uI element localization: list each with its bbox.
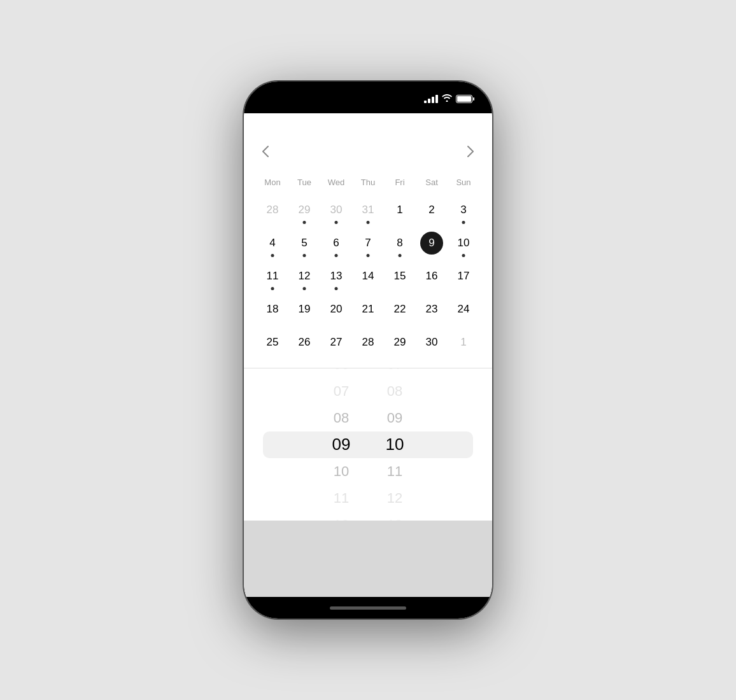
calendar-day-4-0[interactable]: 25 [257,327,288,358]
weekday-mon: Mon [257,175,288,190]
wifi-icon [442,94,452,104]
calendar-day-3-4[interactable]: 22 [384,294,416,325]
time-column-hours[interactable]: 06070809101112 [322,368,360,521]
calendar-day-0-3[interactable]: 31 [352,195,384,225]
calendar-day-1-4[interactable]: 8 [384,228,416,258]
time-item-hours-09[interactable]: 09 [322,431,360,458]
calendar-day-4-3[interactable]: 28 [352,327,384,358]
calendar-day-2-0[interactable]: 11 [257,261,288,291]
event-dot [335,254,338,257]
time-item-hours-06[interactable]: 06 [322,368,360,378]
calendar-day-4-5[interactable]: 30 [416,327,448,358]
modal-sheet: Mon Tue Wed Thu Fri Sat Sun 282930311234… [244,113,492,521]
event-dot [303,287,306,290]
event-dot [271,287,274,290]
time-item-hours-11[interactable]: 11 [322,485,360,512]
calendar-day-2-4[interactable]: 15 [384,261,416,291]
time-item-minutes-10[interactable]: 10 [376,431,414,458]
event-dot [462,254,465,257]
event-dot [303,254,306,257]
time-picker-section[interactable]: 0607080910111207080910111213 [244,368,492,521]
bottom-gray-area [244,521,492,597]
prev-month-button[interactable] [257,143,274,164]
event-dot [462,221,465,224]
calendar-day-2-5[interactable]: 16 [416,261,448,291]
calendar-section: Mon Tue Wed Thu Fri Sat Sun 282930311234… [244,136,492,368]
calendar-day-1-2[interactable]: 6 [320,228,352,258]
weekday-tue: Tue [288,175,320,190]
weekdays-row: Mon Tue Wed Thu Fri Sat Sun [257,175,479,190]
weekday-wed: Wed [320,175,352,190]
time-item-hours-10[interactable]: 10 [322,458,360,485]
calendar-grid: 2829303112345678910111213141516171819202… [257,195,479,358]
event-dot [367,254,370,257]
calendar-day-4-1[interactable]: 26 [288,327,320,358]
weekday-sat: Sat [416,175,448,190]
signal-bar-3 [432,97,434,103]
battery-icon [456,95,474,103]
event-dot [335,221,338,224]
time-item-minutes-09[interactable]: 09 [376,405,414,431]
calendar-nav [257,143,479,164]
calendar-day-2-3[interactable]: 14 [352,261,384,291]
calendar-day-3-2[interactable]: 20 [320,294,352,325]
calendar-day-2-6[interactable]: 17 [448,261,479,291]
weekday-fri: Fri [384,175,416,190]
phone-screen: Mon Tue Wed Thu Fri Sat Sun 282930311234… [244,81,492,619]
calendar-day-4-4[interactable]: 29 [384,327,416,358]
time-column-minutes[interactable]: 07080910111213 [376,368,414,521]
calendar-day-1-1[interactable]: 5 [288,228,320,258]
phone-frame: Mon Tue Wed Thu Fri Sat Sun 282930311234… [244,81,492,619]
calendar-day-0-4[interactable]: 1 [384,195,416,225]
time-item-minutes-11[interactable]: 11 [376,458,414,485]
signal-bar-1 [424,101,427,103]
calendar-day-4-2[interactable]: 27 [320,327,352,358]
calendar-day-3-3[interactable]: 21 [352,294,384,325]
event-dot [335,287,338,290]
weekday-sun: Sun [448,175,479,190]
modal-header [244,113,492,136]
calendar-day-0-6[interactable]: 3 [448,195,479,225]
status-bar [244,81,492,113]
signal-bars-icon [424,95,438,103]
event-dot [303,221,306,224]
calendar-day-0-0[interactable]: 28 [257,195,288,225]
calendar-day-2-1[interactable]: 12 [288,261,320,291]
home-indicator [244,597,492,619]
calendar-day-0-5[interactable]: 2 [416,195,448,225]
calendar-day-3-6[interactable]: 24 [448,294,479,325]
time-item-hours-08[interactable]: 08 [322,405,360,431]
calendar-day-1-0[interactable]: 4 [257,228,288,258]
next-month-button[interactable] [462,143,479,164]
signal-bar-2 [428,99,430,103]
event-dot [367,221,370,224]
signal-bar-4 [435,95,438,103]
weekday-thu: Thu [352,175,384,190]
home-bar [330,606,406,610]
calendar-day-3-0[interactable]: 18 [257,294,288,325]
calendar-day-4-6[interactable]: 1 [448,327,479,358]
event-dot [271,254,274,257]
time-picker-wrapper: 0607080910111207080910111213 [244,368,492,521]
status-icons [424,94,474,104]
calendar-day-0-1[interactable]: 29 [288,195,320,225]
calendar-day-1-5[interactable]: 9 [416,228,448,258]
time-item-minutes-12[interactable]: 12 [376,485,414,512]
calendar-day-2-2[interactable]: 13 [320,261,352,291]
time-item-minutes-07[interactable]: 07 [376,368,414,378]
time-item-minutes-08[interactable]: 08 [376,378,414,405]
time-item-hours-07[interactable]: 07 [322,378,360,405]
calendar-day-0-2[interactable]: 30 [320,195,352,225]
calendar-day-3-1[interactable]: 19 [288,294,320,325]
calendar-day-3-5[interactable]: 23 [416,294,448,325]
time-item-hours-12[interactable]: 12 [322,512,360,521]
calendar-day-1-3[interactable]: 7 [352,228,384,258]
time-columns: 0607080910111207080910111213 [322,368,414,521]
time-item-minutes-13[interactable]: 13 [376,512,414,521]
calendar-day-1-6[interactable]: 10 [448,228,479,258]
event-dot [399,254,402,257]
